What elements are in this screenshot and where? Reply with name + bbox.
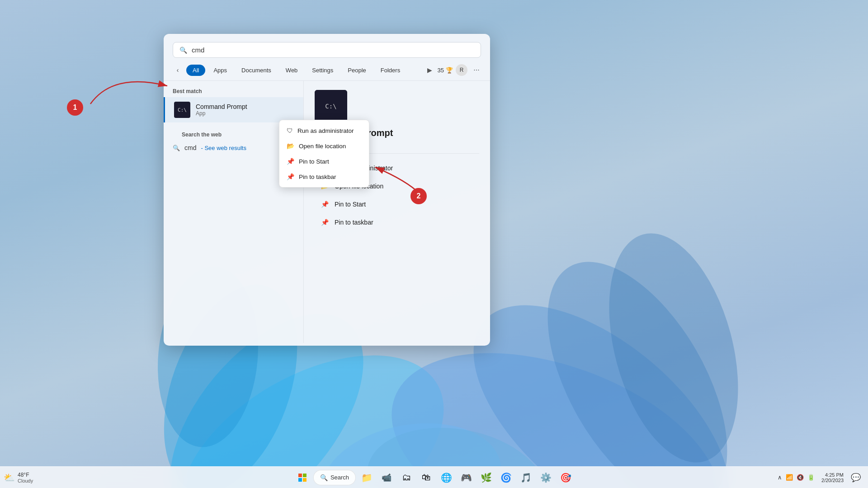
- search-bar[interactable]: 🔍 cmd: [173, 42, 481, 58]
- xbox-icon: 🎯: [560, 472, 571, 483]
- floating-pin-start-label: Pin to Start: [299, 158, 329, 165]
- game-icon: 🎮: [461, 472, 472, 483]
- pin-taskbar-label: Pin to taskbar: [335, 219, 373, 226]
- tab-all[interactable]: All: [186, 65, 205, 76]
- time-display: 4:25 PM: [825, 472, 844, 478]
- xbox-button[interactable]: 🎯: [557, 469, 575, 487]
- svg-rect-15: [303, 478, 307, 482]
- step-2-circle: 2: [410, 188, 427, 204]
- files-icon: 🗂: [402, 472, 411, 483]
- floating-open-location-label: Open file location: [299, 143, 346, 150]
- tab-web[interactable]: Web: [279, 65, 304, 76]
- taskbar-center: 🔍 Search 📁 📹 🗂 🛍 🌐 🎮 🌿: [293, 469, 575, 487]
- notes-button[interactable]: 🌿: [477, 469, 495, 487]
- notification-icon[interactable]: 💬: [849, 472, 863, 483]
- files-button[interactable]: 🗂: [397, 469, 415, 487]
- play-button[interactable]: ▶: [425, 65, 435, 75]
- date-display: 2/20/2023: [821, 478, 844, 483]
- folder-icon-float: 📂: [287, 142, 294, 150]
- clock-display[interactable]: 4:25 PM 2/20/2023: [819, 471, 846, 484]
- windows-start-button[interactable]: [293, 469, 311, 487]
- condition-display: Cloudy: [18, 478, 33, 483]
- best-match-text: Command Prompt App: [196, 103, 247, 117]
- search-panel: 🔍 cmd ‹ All Apps Documents Web Settings …: [164, 34, 490, 346]
- windows-logo-icon: [298, 474, 307, 482]
- battery-icon[interactable]: 🔋: [806, 473, 816, 482]
- file-explorer-icon: 📁: [361, 472, 373, 483]
- chevron-up-icon[interactable]: ∧: [776, 473, 783, 482]
- search-icon: 🔍: [179, 47, 187, 54]
- taskbar-right: ∧ 📶 🔇 🔋 4:25 PM 2/20/2023 💬: [776, 471, 868, 484]
- search-tabs: ‹ All Apps Documents Web Settings People…: [164, 63, 490, 81]
- pin2-icon-float: 📌: [287, 173, 294, 180]
- tab-apps[interactable]: Apps: [207, 65, 233, 76]
- tab-folders[interactable]: Folders: [374, 65, 406, 76]
- notes-icon: 🌿: [481, 472, 492, 483]
- taskbar: ⛅ 48°F Cloudy 🔍 Search 📁 📹: [0, 466, 868, 488]
- pin-icon-float: 📌: [287, 158, 294, 165]
- file-explorer-button[interactable]: 📁: [358, 469, 376, 487]
- trophy-icon: 🏆: [446, 67, 453, 74]
- teams-button[interactable]: 📹: [377, 469, 396, 487]
- tab-settings[interactable]: Settings: [306, 65, 340, 76]
- step-2-number: 2: [417, 192, 421, 200]
- best-match-item[interactable]: C:\ Command Prompt App: [164, 97, 303, 122]
- spotify-icon: 🎵: [520, 472, 532, 483]
- volume-icon[interactable]: 🔇: [795, 473, 805, 482]
- tab-people[interactable]: People: [341, 65, 372, 76]
- spotify-button[interactable]: 🎵: [517, 469, 535, 487]
- weather-icon: ⛅: [4, 472, 15, 483]
- step-1-number: 1: [73, 103, 77, 112]
- app-detail-icon: C:\: [315, 90, 347, 122]
- settings-button[interactable]: ⚙️: [537, 469, 555, 487]
- floating-pin-taskbar-label: Pin to taskbar: [299, 174, 336, 180]
- floating-run-admin-label: Run as administrator: [297, 127, 354, 134]
- game-button[interactable]: 🎮: [457, 469, 475, 487]
- svg-rect-14: [298, 478, 302, 482]
- score-display: 35 🏆: [438, 67, 453, 74]
- svg-rect-12: [298, 474, 302, 477]
- floating-pin-taskbar[interactable]: 📌 Pin to taskbar: [281, 169, 367, 184]
- teams-icon: 📹: [382, 473, 392, 483]
- pin-icon: 📌: [320, 200, 329, 209]
- edge-button[interactable]: 🌀: [497, 469, 515, 487]
- web-search-icon: 🔍: [173, 145, 180, 151]
- taskbar-search-label: Search: [330, 474, 349, 481]
- store-icon: 🛍: [422, 472, 431, 483]
- search-web-label: Search the web: [173, 131, 294, 141]
- chrome-button[interactable]: 🌐: [437, 469, 455, 487]
- tab-documents[interactable]: Documents: [235, 65, 278, 76]
- pin-start-label: Pin to Start: [335, 201, 366, 208]
- search-input[interactable]: cmd: [192, 46, 474, 54]
- pin-to-start-item[interactable]: 📌 Pin to Start: [315, 195, 479, 213]
- taskbar-search-button[interactable]: 🔍 Search: [313, 470, 356, 485]
- score-value: 35: [438, 67, 444, 74]
- back-button[interactable]: ‹: [171, 63, 184, 77]
- taskbar-search-icon: 🔍: [320, 474, 328, 481]
- floating-context-menu: 🛡 Run as administrator 📂 Open file locat…: [279, 120, 369, 188]
- web-query: cmd: [184, 144, 196, 151]
- floating-run-admin[interactable]: 🛡 Run as administrator: [281, 123, 367, 138]
- pin-to-taskbar-item[interactable]: 📌 Pin to taskbar: [315, 213, 479, 231]
- temp-display: 48°F: [18, 472, 33, 478]
- user-avatar[interactable]: R: [456, 64, 467, 76]
- best-match-label: Best match: [164, 88, 303, 97]
- web-suffix: - See web results: [201, 145, 246, 151]
- weather-widget[interactable]: ⛅ 48°F Cloudy: [0, 470, 37, 485]
- app-type: App: [196, 110, 247, 117]
- settings-icon: ⚙️: [540, 472, 552, 483]
- chrome-icon: 🌐: [441, 472, 452, 483]
- step-1-circle: 1: [67, 99, 83, 116]
- edge-icon: 🌀: [500, 472, 512, 483]
- more-options-button[interactable]: ···: [470, 64, 483, 76]
- wifi-icon[interactable]: 📶: [784, 473, 794, 482]
- floating-open-location[interactable]: 📂 Open file location: [281, 138, 367, 154]
- pin2-icon: 📌: [320, 218, 329, 227]
- system-tray: ∧ 📶 🔇 🔋: [776, 473, 816, 482]
- svg-rect-13: [303, 474, 307, 477]
- store-button[interactable]: 🛍: [417, 469, 435, 487]
- app-name: Command Prompt: [196, 103, 247, 110]
- web-search-item[interactable]: 🔍 cmd - See web results: [173, 141, 294, 155]
- floating-pin-start[interactable]: 📌 Pin to Start: [281, 154, 367, 169]
- shield-icon-float: 🛡: [287, 127, 293, 134]
